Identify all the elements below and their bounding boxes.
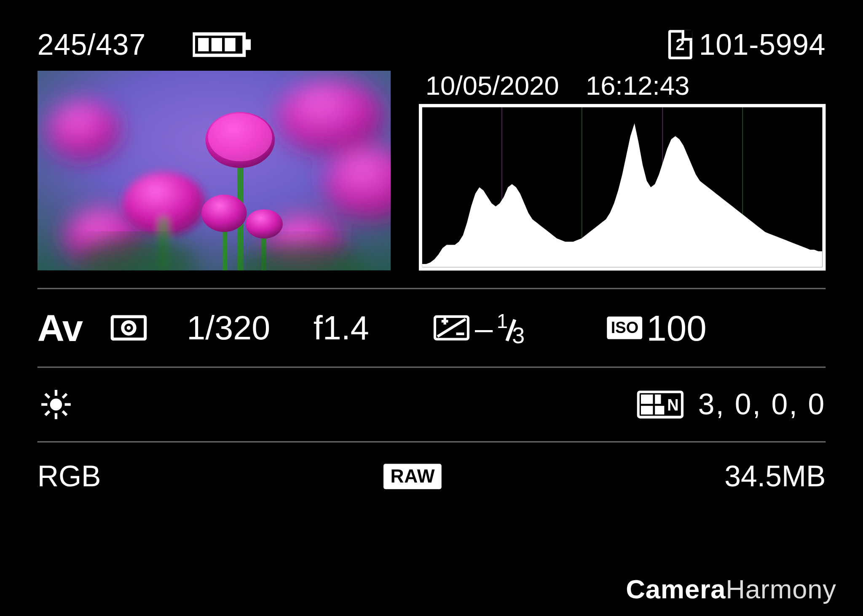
iso: ISO 100 [607,307,707,349]
aperture: f1.4 [314,309,434,347]
svg-rect-4 [225,38,235,51]
svg-point-6 [47,101,121,160]
svg-point-7 [277,81,384,154]
file-info-row: RGB RAW 34.5MB [38,453,826,500]
brand-watermark: CameraHarmony [626,574,836,604]
luminance-histogram [419,104,825,271]
svg-rect-40 [655,406,664,415]
shutter-speed: 1/320 [187,309,314,347]
exposure-compensation-icon [434,315,469,341]
file-size: 34.5MB [724,460,825,493]
picture-style-icon: N [637,390,683,418]
svg-rect-39 [655,395,661,404]
svg-point-27 [50,398,62,410]
preview-and-histogram-row: 10/05/2020 16:12:43 [38,71,826,271]
svg-point-17 [208,113,272,161]
svg-text:N: N [667,396,678,414]
sun-icon [40,389,72,421]
image-settings-row: N 3, 0, 0, 0 [38,379,826,430]
folder-file-number: 2 101-5994 [668,28,825,61]
evaluative-metering-icon [111,315,147,341]
ev-sign: – [475,309,493,346]
picture-style-values: 3, 0, 0, 0 [698,388,826,421]
svg-rect-37 [641,395,653,404]
colorspace: RGB [38,460,101,493]
file-format-badge: RAW [384,464,442,489]
exposure-info-row: Av 1/320 f1.4 – 1 [38,299,826,357]
svg-rect-3 [211,38,222,51]
image-counter: 245/437 [38,28,146,61]
exposure-compensation: – 1 3 [434,309,607,346]
svg-line-33 [63,411,67,415]
svg-rect-38 [641,406,653,415]
ev-denominator: 3 [512,323,525,349]
svg-rect-1 [244,39,250,50]
svg-line-35 [46,411,49,415]
svg-line-34 [63,394,67,397]
svg-rect-2 [198,38,208,51]
iso-badge: ISO [607,317,642,339]
folder-file-value: 101-5994 [699,28,826,61]
iso-value: 100 [646,307,707,349]
battery-3bars-icon [193,30,252,59]
svg-line-32 [46,394,49,397]
status-bar: 245/437 2 101-5994 [38,27,826,62]
capture-date: 10/05/2020 [426,70,559,100]
svg-point-18 [201,195,247,232]
sd-card-icon: 2 [668,30,692,59]
shooting-mode: Av [38,306,111,349]
svg-point-24 [127,326,131,330]
camera-playback-info-screen: 245/437 2 101-5994 [0,0,863,616]
photo-thumbnail[interactable] [38,71,391,271]
svg-point-19 [245,209,283,239]
capture-time: 16:12:43 [586,70,689,100]
capture-datetime: 10/05/2020 16:12:43 [419,71,825,100]
